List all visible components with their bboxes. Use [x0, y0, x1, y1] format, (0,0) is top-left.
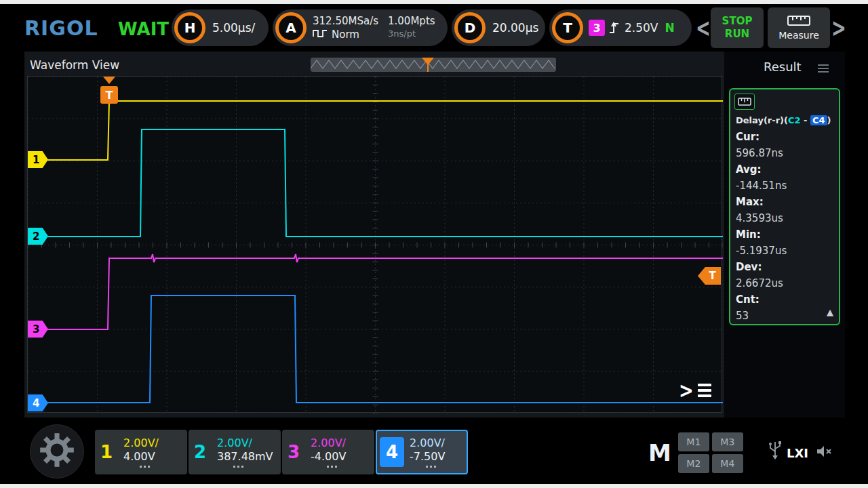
speaker-muted-icon: [816, 445, 834, 461]
a-key-icon[interactable]: A: [275, 12, 307, 43]
stop-run-button[interactable]: STOP RUN: [711, 7, 764, 48]
hamburger-icon: [698, 384, 711, 397]
stat-name: Min:: [736, 226, 835, 243]
stat-name: Dev:: [736, 259, 835, 275]
source-b-label: C4: [810, 115, 827, 125]
stat-value: 2.6672us: [736, 275, 835, 291]
waveform-svg: [28, 77, 723, 413]
gear-icon: [39, 432, 75, 470]
rising-edge-icon: [609, 21, 619, 35]
navigation-gear-button[interactable]: [30, 424, 84, 479]
stat-value: 4.3593us: [736, 210, 835, 226]
stat-value: -5.1937us: [736, 243, 835, 259]
coupling-icon: [426, 466, 438, 468]
plot-area[interactable]: 1 2 3 4 T T >: [27, 76, 722, 413]
chevron-right-icon: >: [679, 378, 694, 403]
trigger-settings-button[interactable]: T 3 2.50V N: [549, 9, 692, 46]
coupling-icon: [327, 466, 339, 468]
memory-depth-value: 1.00Mpts: [388, 15, 435, 27]
measurement-result-card[interactable]: Delay(r-r)(C2 - C4) Cur: 596.87ns Avg: -…: [729, 88, 840, 325]
math-channels-group: M M1 M3 M2 M4: [644, 428, 747, 477]
math-2-button[interactable]: M2: [678, 454, 709, 473]
stat-name: Cnt:: [736, 291, 835, 308]
result-menu-icon[interactable]: [818, 64, 829, 73]
lxi-status-label: LXI: [787, 446, 808, 460]
channel-1-scale: 2.00V/: [123, 436, 159, 450]
math-1-button[interactable]: M1: [678, 432, 709, 451]
channel-1-number: 1: [95, 442, 118, 462]
bottom-channel-bar: 1 2.00V/ 4.00V 2 2.00V/ 387.48mV 3 2.00V…: [0, 418, 868, 484]
acquire-mode-value: Norm: [332, 28, 359, 41]
trigger-mode-flag: N: [665, 21, 674, 35]
sample-resolution-value: 3ns/pt: [388, 28, 435, 41]
oscilloscope-screen: RIGOL WAIT H 5.00µs/ A 312.50MSa/s 1.00M…: [0, 0, 868, 488]
square-wave-icon: [313, 28, 328, 41]
waveform-view-title: Waveform View: [30, 58, 119, 72]
stat-name: Avg:: [736, 161, 835, 178]
acquisition-settings-button[interactable]: A 312.50MSa/s 1.00Mpts Norm 3ns/pt: [273, 9, 448, 46]
trigger-position-marker-icon[interactable]: [103, 77, 115, 84]
channel-3-box[interactable]: 3 2.00V/ -4.00V: [282, 430, 374, 474]
channel-2-number: 2: [189, 442, 212, 462]
expand-menu-button[interactable]: >: [679, 380, 711, 401]
trigger-level-value: 2.50V: [625, 21, 658, 35]
trigger-position-badge[interactable]: T: [100, 86, 118, 104]
stat-name: Max:: [736, 194, 835, 210]
measure-button[interactable]: Measure: [768, 7, 830, 48]
stat-value: -144.51ns: [736, 178, 835, 194]
top-status-bar: RIGOL WAIT H 5.00µs/ A 312.50MSa/s 1.00M…: [0, 4, 868, 52]
source-a-label: C2: [788, 115, 801, 125]
measure-label: Measure: [778, 30, 819, 41]
channel-4-number: 4: [380, 437, 404, 467]
math-3-button[interactable]: M3: [712, 432, 743, 451]
result-panel-title: Result: [764, 60, 802, 74]
run-status-label: WAIT: [118, 19, 169, 39]
next-page-chevron[interactable]: >: [831, 14, 846, 42]
measure-item-icon: [734, 94, 755, 110]
stat-value: 596.87ns: [736, 145, 835, 161]
prev-page-chevron[interactable]: <: [696, 14, 711, 42]
channel-1-offset: 4.00V: [123, 450, 159, 464]
ruler-icon: [787, 16, 810, 28]
letterbox-bottom: [0, 484, 868, 488]
stat-name: Cur:: [736, 129, 835, 145]
collapse-arrow-icon[interactable]: ▲: [827, 307, 833, 317]
sample-rate-value: 312.50MSa/s: [313, 15, 378, 27]
math-group-label: M: [648, 439, 671, 466]
coupling-icon: [233, 466, 245, 468]
d-key-icon[interactable]: D: [454, 12, 486, 43]
horizontal-overview-scrollbar[interactable]: [311, 58, 556, 72]
coupling-icon: [140, 466, 152, 468]
trigger-source-badge: 3: [589, 20, 605, 36]
channel-4-scale: 2.00V/: [410, 436, 445, 450]
channel-1-box[interactable]: 1 2.00V/ 4.00V: [95, 430, 187, 474]
horizontal-settings-button[interactable]: H 5.00µs/: [172, 9, 269, 46]
overview-trigger-marker[interactable]: [422, 58, 434, 65]
usb-icon: [768, 439, 783, 464]
channel-2-offset: 387.48mV: [217, 450, 273, 464]
stat-value: 53: [736, 308, 835, 324]
h-key-icon[interactable]: H: [174, 12, 205, 43]
delay-value: 20.00µs: [492, 21, 538, 35]
channel-3-offset: -4.00V: [311, 450, 346, 464]
math-4-button[interactable]: M4: [712, 454, 743, 473]
channel-2-scale: 2.00V/: [217, 436, 273, 450]
result-panel: Result Delay(r-r)(C2 - C4) Cur: 596.87ns…: [724, 52, 845, 418]
run-label: RUN: [725, 28, 749, 41]
stop-label: STOP: [722, 15, 753, 28]
channel-4-offset: -7.50V: [410, 450, 445, 464]
delay-settings-button[interactable]: D 20.00µs: [452, 9, 545, 46]
t-key-icon[interactable]: T: [552, 12, 583, 43]
measurement-label: Delay(r-r)(C2 - C4): [736, 113, 835, 129]
channel-3-number: 3: [282, 442, 305, 462]
timebase-value: 5.00µs/: [212, 21, 255, 35]
channel-3-scale: 2.00V/: [311, 436, 346, 450]
channel-4-box-selected[interactable]: 4 2.00V/ -7.50V: [376, 430, 468, 474]
rigol-logo: RIGOL: [24, 16, 98, 40]
channel-2-box[interactable]: 2 2.00V/ 387.48mV: [189, 430, 281, 474]
waveform-view-panel: Waveform View 1 2 3 4 T T >: [24, 52, 724, 418]
